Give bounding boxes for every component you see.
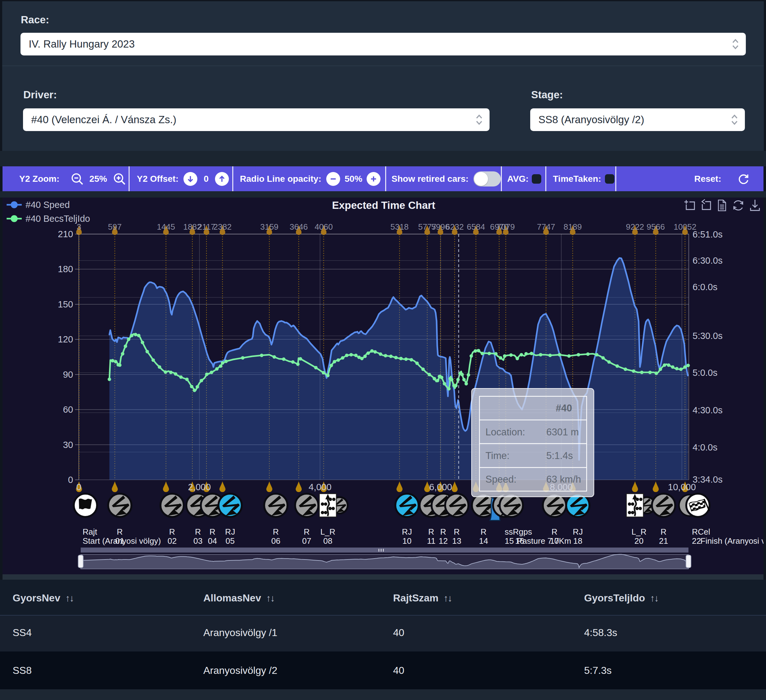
svg-text:0: 0 <box>76 482 81 492</box>
svg-text:3:34.0s: 3:34.0s <box>693 474 723 485</box>
svg-text:6,000: 6,000 <box>429 482 453 492</box>
svg-text:4,000: 4,000 <box>309 482 332 492</box>
svg-text:21: 21 <box>659 536 668 546</box>
svg-text:02: 02 <box>168 536 177 546</box>
svg-text:9566: 9566 <box>647 222 665 232</box>
svg-text:R: R <box>117 527 123 537</box>
svg-text:RJ: RJ <box>402 527 412 537</box>
svg-text:12: 12 <box>439 536 448 546</box>
svg-text:Time:: Time: <box>486 450 510 461</box>
svg-text:14: 14 <box>479 536 488 546</box>
svg-text:R: R <box>481 527 487 537</box>
svg-text:R: R <box>304 527 310 537</box>
svg-text:6:0.0s: 6:0.0s <box>693 282 717 292</box>
svg-text:13: 13 <box>453 536 462 546</box>
svg-text:5:1.4s: 5:1.4s <box>546 450 573 461</box>
svg-text:63 km/h: 63 km/h <box>546 474 581 485</box>
svg-text:05: 05 <box>226 536 235 546</box>
svg-text:0: 0 <box>68 475 73 485</box>
svg-text:9222: 9222 <box>626 222 644 232</box>
svg-text:R: R <box>195 527 201 537</box>
svg-text:18: 18 <box>573 536 582 546</box>
svg-text:06: 06 <box>271 536 280 546</box>
svg-text:4060: 4060 <box>315 222 333 232</box>
svg-text:Expected Time Chart: Expected Time Chart <box>332 199 435 211</box>
svg-text:597: 597 <box>108 222 122 232</box>
svg-text:120: 120 <box>58 334 73 344</box>
svg-text:R: R <box>169 527 175 537</box>
svg-text:R: R <box>210 527 215 537</box>
svg-text:RCel: RCel <box>692 527 710 537</box>
svg-text:5:30.0s: 5:30.0s <box>693 331 723 341</box>
svg-text:5:0.0s: 5:0.0s <box>693 368 717 378</box>
svg-text:30: 30 <box>63 440 73 450</box>
svg-text:Location:: Location: <box>486 427 525 438</box>
svg-text:20: 20 <box>635 536 644 546</box>
svg-text:08: 08 <box>323 536 332 546</box>
svg-text:#40 Speed: #40 Speed <box>25 200 70 210</box>
svg-text:7747: 7747 <box>537 222 555 232</box>
svg-text:150: 150 <box>58 299 73 310</box>
svg-text:03: 03 <box>193 536 203 546</box>
svg-text:01: 01 <box>116 536 125 546</box>
svg-text:3159: 3159 <box>260 222 279 232</box>
svg-text:#40 BecsTeljIdo: #40 BecsTeljIdo <box>25 213 90 224</box>
svg-text:4:0.0s: 4:0.0s <box>693 442 717 452</box>
svg-text:10,000: 10,000 <box>668 482 696 492</box>
svg-text:180: 180 <box>58 264 73 274</box>
svg-text:RJ: RJ <box>225 527 235 537</box>
svg-text:Speed:: Speed: <box>486 474 516 485</box>
svg-text:6301 m: 6301 m <box>546 427 579 438</box>
svg-text:Finish (Aranyosi völgy): Finish (Aranyosi völgy) <box>700 536 763 546</box>
svg-text:7079: 7079 <box>497 222 515 232</box>
svg-text:5318: 5318 <box>390 222 408 232</box>
svg-text:1445: 1445 <box>157 222 175 232</box>
svg-text:6232: 6232 <box>445 222 464 232</box>
svg-text:4:30.0s: 4:30.0s <box>693 405 723 415</box>
svg-text:RJ: RJ <box>573 527 583 537</box>
svg-text:R: R <box>552 527 558 537</box>
svg-text:07: 07 <box>302 536 312 546</box>
svg-text:#40: #40 <box>556 403 572 414</box>
svg-text:R: R <box>273 527 279 537</box>
svg-text:11: 11 <box>427 536 436 546</box>
svg-text:Rajt: Rajt <box>82 527 97 537</box>
svg-text:60: 60 <box>63 405 73 415</box>
svg-text:R: R <box>454 527 460 537</box>
svg-text:6584: 6584 <box>467 222 485 232</box>
svg-text:2382: 2382 <box>214 222 232 232</box>
svg-text:L_R: L_R <box>631 527 647 537</box>
svg-text:210: 210 <box>58 229 73 239</box>
svg-text:10: 10 <box>402 536 411 546</box>
svg-text:90: 90 <box>63 370 73 379</box>
svg-text:04: 04 <box>208 536 217 546</box>
svg-text:6:51.0s: 6:51.0s <box>693 229 723 239</box>
svg-text:6:30.0s: 6:30.0s <box>693 256 723 265</box>
svg-text:ssRgps: ssRgps <box>505 527 532 537</box>
svg-text:R: R <box>428 527 434 537</box>
svg-text:8189: 8189 <box>563 222 582 232</box>
svg-text:15: 15 <box>505 536 514 546</box>
svg-text:Pasture 7.0Km: Pasture 7.0Km <box>517 536 571 546</box>
svg-text:L_R: L_R <box>320 527 336 537</box>
svg-text:2117: 2117 <box>198 222 215 232</box>
svg-text:R: R <box>661 527 667 537</box>
svg-text:22: 22 <box>692 536 701 546</box>
svg-text:2,000: 2,000 <box>188 482 211 492</box>
svg-text:R: R <box>440 527 446 537</box>
svg-text:3646: 3646 <box>290 222 308 232</box>
